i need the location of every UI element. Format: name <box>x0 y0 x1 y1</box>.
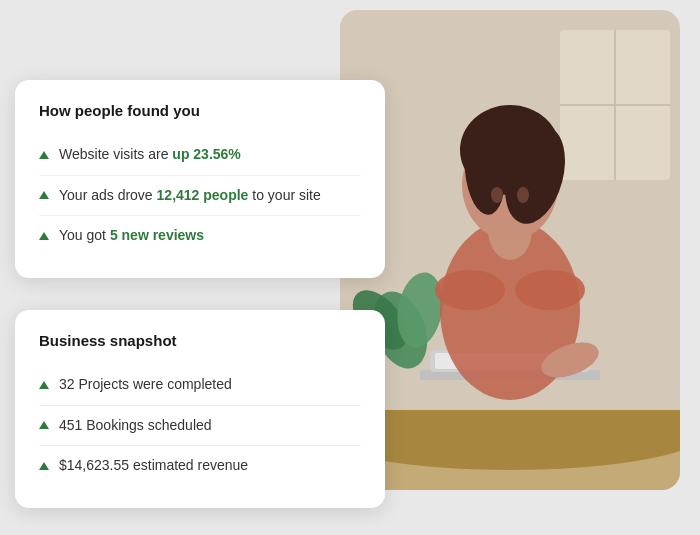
card-found-item-3-text: You got 5 new reviews <box>59 226 204 246</box>
card-snapshot-item-3: $14,623.55 estimated revenue <box>39 446 361 486</box>
card-snapshot-item-2-text: 451 Bookings scheduled <box>59 416 212 436</box>
svg-point-25 <box>515 270 585 310</box>
card-snapshot-item-1: 32 Projects were completed <box>39 365 361 406</box>
arrow-up-icon-5 <box>39 421 49 429</box>
card-snapshot-item-3-text: $14,623.55 estimated revenue <box>59 456 248 476</box>
highlight-reviews: 5 new reviews <box>110 227 204 243</box>
card-found-item-3: You got 5 new reviews <box>39 216 361 256</box>
highlight-ads: 12,412 people <box>157 187 249 203</box>
card-found-item-1-text: Website visits are up 23.56% <box>59 145 241 165</box>
page-wrapper: How people found you Website visits are … <box>0 0 700 535</box>
card-found-item-1: Website visits are up 23.56% <box>39 135 361 176</box>
card-found: How people found you Website visits are … <box>15 80 385 278</box>
svg-point-22 <box>517 187 529 203</box>
card-snapshot-title: Business snapshot <box>39 332 361 349</box>
photo-card <box>340 10 680 490</box>
card-found-title: How people found you <box>39 102 361 119</box>
arrow-up-icon-2 <box>39 191 49 199</box>
arrow-up-icon-6 <box>39 462 49 470</box>
card-snapshot-item-1-text: 32 Projects were completed <box>59 375 232 395</box>
arrow-up-icon-3 <box>39 232 49 240</box>
svg-point-21 <box>491 187 503 203</box>
arrow-up-icon-1 <box>39 151 49 159</box>
card-snapshot: Business snapshot 32 Projects were compl… <box>15 310 385 508</box>
svg-point-24 <box>435 270 505 310</box>
card-found-item-2: Your ads drove 12,412 people to your sit… <box>39 176 361 217</box>
arrow-up-icon-4 <box>39 381 49 389</box>
card-snapshot-item-2: 451 Bookings scheduled <box>39 406 361 447</box>
card-found-item-2-text: Your ads drove 12,412 people to your sit… <box>59 186 321 206</box>
svg-rect-4 <box>340 410 680 490</box>
highlight-visits: up 23.56% <box>172 146 240 162</box>
